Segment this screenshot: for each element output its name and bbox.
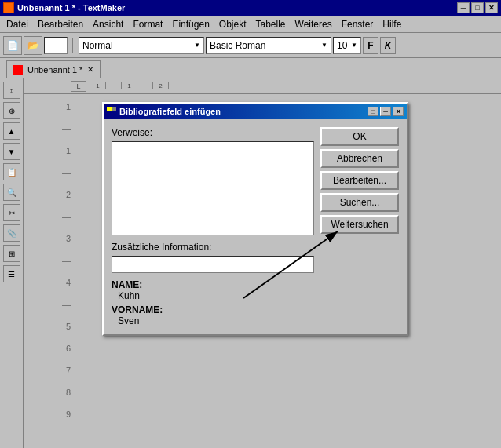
line-9: 7 xyxy=(55,359,71,381)
line-dash-2: — xyxy=(55,162,71,184)
toolbar-field xyxy=(44,37,68,54)
bold-button[interactable]: F xyxy=(363,37,378,54)
sidebar-btn-5[interactable]: 🔍 xyxy=(3,184,20,201)
style-dropdown-arrow: ▼ xyxy=(194,42,200,49)
zusatz-label: Zusätzliche Information: xyxy=(112,242,314,253)
open-button[interactable]: 📂 xyxy=(24,36,42,55)
menu-objekt[interactable]: Objekt xyxy=(214,17,251,31)
dialog-restore-button[interactable]: □ xyxy=(368,107,378,116)
line-10: 8 xyxy=(55,381,71,403)
left-sidebar: ↕ ⊕ ▲ ▼ 📋 🔍 ✂ 📎 ⊞ ☰ xyxy=(0,78,24,448)
line-11: 9 xyxy=(55,403,71,425)
name-label: NAME: xyxy=(112,279,314,290)
app-icon xyxy=(3,2,14,13)
menu-format[interactable]: Format xyxy=(128,17,167,31)
name-value: Kuhn xyxy=(112,290,314,301)
dialog-overlay: Bibliografiefeld einfügen □ ─ ✕ Verweise… xyxy=(24,78,501,448)
line-numbers: 1 — 1 — 2 — 3 — 4 — 5 6 7 8 9 xyxy=(55,96,71,425)
document-tab[interactable]: Unbenannt 1 * ✕ xyxy=(6,60,101,78)
line-dash-1: — xyxy=(55,118,71,140)
dialog-icon-gray xyxy=(112,107,117,111)
verweise-listbox[interactable] xyxy=(112,141,314,235)
new-button[interactable]: 📄 xyxy=(3,36,22,55)
maximize-button[interactable]: □ xyxy=(471,2,484,13)
window-title: Unbenannt 1 * - TextMaker xyxy=(17,3,125,13)
line-1: 1 xyxy=(55,96,71,118)
dialog-minimize-button[interactable]: ─ xyxy=(380,107,391,116)
suchen-button[interactable]: Suchen... xyxy=(320,193,399,212)
dialog-icon-yellow xyxy=(107,107,112,111)
sidebar-btn-1[interactable]: ⊕ xyxy=(3,102,20,119)
sidebar-btn-7[interactable]: 📎 xyxy=(3,224,20,242)
weitersuchen-button[interactable]: Weitersuchen xyxy=(320,215,399,234)
menu-weiteres[interactable]: Weiteres xyxy=(291,17,337,31)
menu-ansicht[interactable]: Ansicht xyxy=(88,17,128,31)
dialog-title-icon xyxy=(107,107,116,116)
line-4: 2 xyxy=(55,184,71,206)
italic-button[interactable]: K xyxy=(380,37,396,54)
sidebar-btn-2[interactable]: ▲ xyxy=(3,122,20,140)
dialog-title-controls: □ ─ ✕ xyxy=(368,107,404,116)
menu-datei[interactable]: Datei xyxy=(2,17,33,31)
sidebar-btn-9[interactable]: ☰ xyxy=(3,265,20,282)
minimize-button[interactable]: ─ xyxy=(457,2,470,13)
bearbeiten-button[interactable]: Bearbeiten... xyxy=(320,171,399,190)
toolbar: 📄 📂 Normal ▼ Basic Roman ▼ 10 ▼ F K xyxy=(0,33,501,58)
dialog-right-panel: OK Abbrechen Bearbeiten... Suchen... Wei… xyxy=(320,127,399,326)
line-dash-4: — xyxy=(55,249,71,271)
abbrechen-button[interactable]: Abbrechen xyxy=(320,149,399,168)
sidebar-btn-4[interactable]: 📋 xyxy=(3,163,20,180)
menu-bearbeiten[interactable]: Bearbeiten xyxy=(33,17,88,31)
verweise-label: Verweise: xyxy=(112,127,314,138)
size-dropdown-arrow: ▼ xyxy=(351,42,357,49)
dialog-title-text: Bibliografiefeld einfügen xyxy=(119,107,221,116)
line-3: 1 xyxy=(55,140,71,162)
sidebar-btn-0[interactable]: ↕ xyxy=(3,82,20,99)
size-value: 10 xyxy=(337,40,347,51)
line-8: 6 xyxy=(55,337,71,359)
font-dropdown[interactable]: Basic Roman ▼ xyxy=(206,37,331,54)
line-7: 5 xyxy=(55,315,71,337)
style-value: Normal xyxy=(82,40,113,51)
zusatz-input[interactable] xyxy=(112,256,314,273)
ok-button[interactable]: OK xyxy=(320,127,399,146)
bibliografie-dialog: Bibliografiefeld einfügen □ ─ ✕ Verweise… xyxy=(102,102,408,336)
vorname-value: Sven xyxy=(112,315,314,326)
dialog-left-panel: Verweise: Zusätzliche Information: NAME:… xyxy=(112,127,314,326)
font-value: Basic Roman xyxy=(210,40,265,51)
menu-einfuegen[interactable]: Einfügen xyxy=(167,17,214,31)
menu-tabelle[interactable]: Tabelle xyxy=(251,17,291,31)
dialog-close-button[interactable]: ✕ xyxy=(393,107,404,116)
sidebar-btn-6[interactable]: ✂ xyxy=(3,204,20,221)
tab-label: Unbenannt 1 * xyxy=(27,65,82,75)
menu-bar: Datei Bearbeiten Ansicht Format Einfügen… xyxy=(0,16,501,33)
tab-icon xyxy=(13,65,23,75)
size-dropdown[interactable]: 10 ▼ xyxy=(333,37,361,54)
dialog-content: Verweise: Zusätzliche Information: NAME:… xyxy=(104,119,407,334)
font-dropdown-arrow: ▼ xyxy=(321,42,327,49)
title-bar: Unbenannt 1 * - TextMaker ─ □ ✕ xyxy=(0,0,501,16)
tab-close-button[interactable]: ✕ xyxy=(87,65,93,74)
line-6: 4 xyxy=(55,271,71,293)
line-dash-5: — xyxy=(55,293,71,315)
content-area: L ·1· 1 ·2· Bibliografiefeld xyxy=(24,78,501,448)
title-bar-controls: ─ □ ✕ xyxy=(457,2,498,13)
close-button[interactable]: ✕ xyxy=(485,2,498,13)
line-5: 3 xyxy=(55,228,71,249)
main-area: ↕ ⊕ ▲ ▼ 📋 🔍 ✂ 📎 ⊞ ☰ L ·1· 1 ·2· xyxy=(0,78,501,448)
sidebar-btn-3[interactable]: ▼ xyxy=(3,143,20,160)
toolbar-separator-1 xyxy=(72,38,75,53)
menu-fenster[interactable]: Fenster xyxy=(337,17,378,31)
menu-hilfe[interactable]: Hilfe xyxy=(378,17,406,31)
style-dropdown[interactable]: Normal ▼ xyxy=(79,37,204,54)
line-dash-3: — xyxy=(55,206,71,228)
dialog-title-bar: Bibliografiefeld einfügen □ ─ ✕ xyxy=(104,104,407,119)
tab-bar: Unbenannt 1 * ✕ xyxy=(0,58,501,78)
sidebar-btn-8[interactable]: ⊞ xyxy=(3,245,20,262)
vorname-label: VORNAME: xyxy=(112,304,314,315)
